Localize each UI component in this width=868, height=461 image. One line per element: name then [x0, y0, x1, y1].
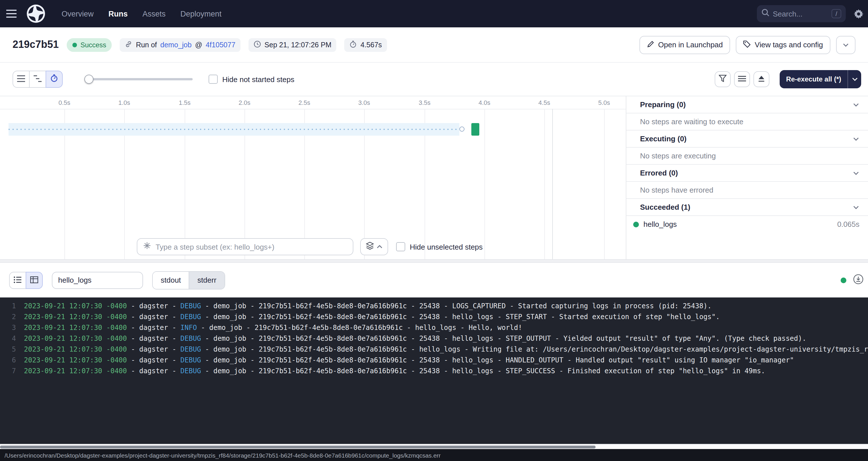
job-link[interactable]: demo_job [160, 41, 192, 49]
chevron-down-icon [853, 137, 859, 141]
log-toolbar-right [841, 274, 863, 286]
structured-log-view-button[interactable] [9, 272, 26, 288]
log-file-path: /Users/erincochran/Desktop/dagster-examp… [5, 452, 440, 458]
run-more-actions-button[interactable] [836, 36, 856, 54]
slider-track [84, 78, 193, 80]
scroll-to-top-button[interactable] [754, 71, 770, 87]
section-empty-text: No steps are waiting to execute [626, 114, 868, 130]
log-line: 42023-09-21 12:07:30 -0400 - dagster - D… [5, 333, 868, 344]
duration-pill: 4.567s [344, 38, 387, 52]
hamburger-menu-icon[interactable] [0, 0, 23, 27]
section-title: Succeeded (1) [640, 203, 690, 211]
rows-button[interactable] [734, 71, 750, 87]
succeeded-step-row[interactable]: hello_logs 0.065s [626, 216, 868, 233]
step-subset-input[interactable] [156, 243, 347, 251]
open-in-launchpad-button[interactable]: Open in Launchpad [640, 36, 731, 54]
status-badge: Success [67, 38, 112, 52]
axis-tick-label: 1.5s [179, 99, 191, 106]
top-nav-right: / [757, 5, 868, 22]
gantt-view-mode-toggle [12, 71, 63, 88]
success-dot-icon [72, 42, 77, 47]
run-header-actions: Open in Launchpad View tags and config [640, 36, 856, 54]
gantt-bottom-controls: Hide unselected steps [137, 238, 483, 255]
gantt-zoom-slider[interactable] [84, 71, 193, 88]
slider-knob[interactable] [84, 75, 93, 84]
axis-tick-label: 3.5s [418, 99, 431, 106]
axis-tick-label: 2.5s [298, 99, 310, 106]
gantt-right-icon-buttons [715, 71, 770, 87]
section-title: Executing (0) [640, 134, 686, 143]
scrollbar-thumb[interactable] [0, 445, 596, 449]
chevron-down-icon [843, 43, 848, 47]
axis-tick-label: 4.0s [478, 99, 490, 106]
chevron-up-icon [377, 245, 382, 248]
flat-view-button[interactable] [12, 71, 30, 88]
tab-stdout[interactable]: stdout [153, 272, 189, 288]
filter-icon [719, 74, 727, 84]
list-icon [14, 275, 22, 285]
link-icon [125, 40, 132, 49]
pencil-icon [647, 40, 654, 49]
nav-item-assets[interactable]: Assets [143, 9, 165, 18]
stopwatch-icon [50, 74, 58, 84]
timed-view-button[interactable] [45, 71, 63, 88]
panel-section-executing[interactable]: Executing (0) [626, 130, 868, 148]
global-search[interactable]: / [757, 5, 846, 22]
search-icon [762, 8, 769, 19]
start-time-pill: Sep 21, 12:07:26 PM [248, 38, 337, 52]
section-title: Preparing (0) [640, 100, 686, 109]
graph-query-toggle-button[interactable] [360, 238, 388, 255]
tag-icon [743, 40, 751, 49]
chevron-down-icon [853, 206, 859, 209]
panel-section-preparing[interactable]: Preparing (0) [626, 96, 868, 114]
horizontal-resize-handle[interactable] [0, 259, 868, 263]
search-shortcut-hint: / [832, 9, 841, 18]
snapshot-link[interactable]: 4f105077 [206, 41, 236, 49]
log-line: 72023-09-21 12:07:30 -0400 - dagster - D… [5, 366, 868, 377]
nav-item-overview[interactable]: Overview [62, 9, 94, 18]
rows-icon [738, 74, 746, 84]
raw-log-view-button[interactable] [26, 272, 43, 288]
search-input[interactable] [773, 9, 828, 18]
axis-tick-label: 2.0s [239, 99, 250, 106]
tab-stderr[interactable]: stderr [189, 272, 224, 288]
nav-item-deployment[interactable]: Deployment [180, 9, 221, 18]
run-of-pill: Run of demo_job @ 4f105077 [120, 38, 241, 52]
hide-unselected-checkbox[interactable] [396, 242, 405, 251]
log-toolbar: stdout stderr [0, 263, 868, 298]
hide-not-started-checkbox[interactable] [209, 75, 218, 84]
run-gantt-section: 0.5s 1.0s 1.5s 2.0s 2.5s 3.0s 3.5s 4.0s … [0, 96, 868, 259]
step-status-panel: Preparing (0) No steps are waiting to ex… [626, 96, 868, 259]
log-step-filter-input[interactable] [58, 276, 137, 284]
waterfall-view-button[interactable] [29, 71, 46, 88]
nav-item-runs[interactable]: Runs [108, 9, 128, 18]
log-line: 22023-09-21 12:07:30 -0400 - dagster - D… [5, 312, 868, 322]
reexecute-dropdown-button[interactable] [847, 70, 861, 88]
timer-icon [350, 40, 357, 49]
success-dot-icon [633, 221, 639, 227]
reexecute-all-button[interactable]: Re-execute all (*) [780, 70, 847, 88]
download-icon[interactable] [853, 274, 863, 286]
hide-unselected-option[interactable]: Hide unselected steps [396, 242, 483, 251]
chevron-down-icon [852, 78, 858, 81]
section-empty-text: No steps have errored [626, 182, 868, 199]
hide-not-started-option[interactable]: Hide not started steps [209, 75, 294, 84]
axis-divider [0, 109, 626, 110]
log-capture-status-dot [841, 277, 846, 283]
dagster-logo-icon[interactable] [26, 4, 45, 23]
log-line: 12023-09-21 12:07:30 -0400 - dagster - D… [5, 301, 868, 312]
axis-tick-label: 0.5s [58, 99, 70, 106]
panel-section-errored[interactable]: Errored (0) [626, 165, 868, 182]
section-title: Errored (0) [640, 169, 678, 177]
step-subset-inputbox [137, 238, 353, 255]
panel-section-succeeded[interactable]: Succeeded (1) [626, 199, 868, 216]
gear-icon[interactable] [854, 9, 863, 19]
step-name: hello_logs [644, 220, 677, 228]
log-stream-tabs: stdout stderr [152, 271, 225, 289]
axis-tick-label: 5.0s [598, 99, 610, 106]
step-bar-hello-logs[interactable] [471, 123, 479, 135]
view-tags-config-button[interactable]: View tags and config [736, 36, 830, 54]
filter-button[interactable] [715, 71, 731, 87]
eject-icon [758, 74, 766, 84]
primary-nav: Overview Runs Assets Deployment [62, 9, 221, 18]
